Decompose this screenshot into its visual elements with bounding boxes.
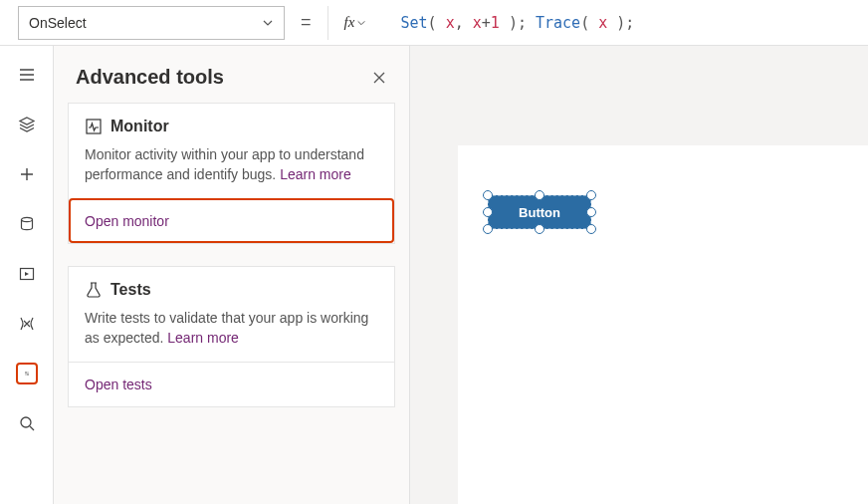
svg-point-3 xyxy=(27,374,28,375)
chevron-down-icon xyxy=(262,17,274,29)
card-description: Write tests to validate that your app is… xyxy=(85,309,378,348)
svg-point-0 xyxy=(21,217,32,221)
app-surface[interactable]: Button xyxy=(458,145,868,504)
formula-token: ); xyxy=(607,14,634,32)
search-icon[interactable] xyxy=(16,412,38,434)
resize-handle[interactable] xyxy=(586,224,596,234)
formula-token: + xyxy=(482,14,491,32)
left-rail xyxy=(0,46,54,504)
resize-handle[interactable] xyxy=(483,190,493,200)
chevron-down-icon xyxy=(356,18,366,28)
svg-point-2 xyxy=(25,372,26,373)
close-icon[interactable] xyxy=(371,70,387,86)
media-icon[interactable] xyxy=(16,263,38,285)
card-title: Tests xyxy=(110,281,151,299)
formula-bar: OnSelect = fx Set( x, x+1 ); Trace( x ); xyxy=(0,0,868,46)
equals-label: = xyxy=(295,12,318,33)
button-label: Button xyxy=(519,205,560,220)
tools-icon[interactable] xyxy=(16,363,38,384)
resize-handle[interactable] xyxy=(483,224,493,234)
formula-token: ); xyxy=(500,14,536,32)
formula-token: , xyxy=(455,14,473,32)
variables-icon[interactable] xyxy=(16,313,38,335)
card-action[interactable]: Open tests xyxy=(69,362,394,406)
button-control[interactable]: Button xyxy=(488,195,591,229)
card-description: Monitor activity within your app to unde… xyxy=(85,145,378,184)
card-title: Monitor xyxy=(110,118,169,135)
formula-token: x xyxy=(598,14,607,32)
fx-button[interactable]: fx xyxy=(327,6,383,40)
beaker-icon xyxy=(85,281,103,299)
plus-icon[interactable] xyxy=(16,163,38,185)
data-icon[interactable] xyxy=(16,213,38,235)
layers-icon[interactable] xyxy=(16,114,38,135)
formula-token: Trace xyxy=(536,14,580,32)
formula-token: Set xyxy=(401,14,428,32)
resize-handle[interactable] xyxy=(535,224,544,234)
property-select[interactable]: OnSelect xyxy=(18,6,285,40)
learn-more-link[interactable]: Learn more xyxy=(167,330,239,346)
resize-handle[interactable] xyxy=(535,190,544,200)
canvas[interactable]: Button xyxy=(410,46,868,504)
card-action[interactable]: Open monitor xyxy=(69,198,394,243)
fx-label: fx xyxy=(344,14,355,31)
property-select-value: OnSelect xyxy=(29,15,87,31)
tool-card: TestsWrite tests to validate that your a… xyxy=(68,266,395,407)
hamburger-icon[interactable] xyxy=(16,64,38,86)
resize-handle[interactable] xyxy=(586,190,596,200)
learn-more-link[interactable]: Learn more xyxy=(280,166,351,182)
formula-input[interactable]: Set( x, x+1 ); Trace( x ); xyxy=(393,14,635,32)
resize-handle[interactable] xyxy=(483,207,493,217)
formula-token: x xyxy=(446,14,455,32)
resize-handle[interactable] xyxy=(586,207,596,217)
svg-rect-5 xyxy=(87,120,101,133)
tool-card: MonitorMonitor activity within your app … xyxy=(68,103,395,244)
formula-token: ( xyxy=(428,14,446,32)
formula-token: 1 xyxy=(491,14,500,32)
advanced-tools-panel: Advanced tools MonitorMonitor activity w… xyxy=(54,46,410,504)
pulse-icon xyxy=(85,118,103,135)
svg-point-4 xyxy=(21,417,31,427)
formula-token: x xyxy=(473,14,482,32)
formula-token: ( xyxy=(580,14,598,32)
panel-title: Advanced tools xyxy=(76,66,224,89)
